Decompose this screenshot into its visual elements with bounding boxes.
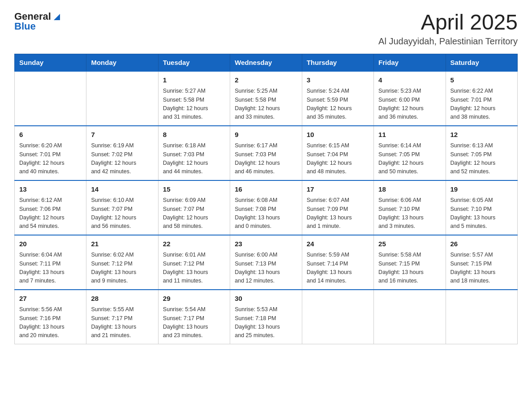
day-number: 29 <box>163 294 225 304</box>
day-info: Sunrise: 5:56 AM Sunset: 7:16 PM Dayligh… <box>19 305 82 340</box>
day-info: Sunrise: 5:57 AM Sunset: 7:15 PM Dayligh… <box>450 251 513 286</box>
calendar-subtitle: Al Judayyidah, Palestinian Territory <box>378 36 518 47</box>
calendar-cell <box>302 290 373 344</box>
calendar-cell: 21Sunrise: 6:02 AM Sunset: 7:12 PM Dayli… <box>86 235 158 290</box>
calendar-cell: 25Sunrise: 5:58 AM Sunset: 7:15 PM Dayli… <box>374 235 446 290</box>
day-info: Sunrise: 6:12 AM Sunset: 7:06 PM Dayligh… <box>19 196 82 231</box>
day-number: 2 <box>235 75 297 86</box>
calendar-cell: 23Sunrise: 6:00 AM Sunset: 7:13 PM Dayli… <box>230 235 302 290</box>
day-number: 24 <box>307 239 369 249</box>
day-number: 9 <box>235 130 297 140</box>
day-number: 23 <box>235 239 297 249</box>
day-number: 7 <box>91 130 153 140</box>
page-header: General Blue April 2025 Al Judayyidah, P… <box>14 11 518 47</box>
day-number: 20 <box>19 239 82 249</box>
day-info: Sunrise: 6:22 AM Sunset: 7:01 PM Dayligh… <box>450 87 513 122</box>
calendar-cell: 29Sunrise: 5:54 AM Sunset: 7:17 PM Dayli… <box>158 290 230 344</box>
calendar-cell: 5Sunrise: 6:22 AM Sunset: 7:01 PM Daylig… <box>446 71 517 126</box>
title-block: April 2025 Al Judayyidah, Palestinian Te… <box>378 11 518 47</box>
calendar-week-row: 1Sunrise: 5:27 AM Sunset: 5:58 PM Daylig… <box>15 71 518 126</box>
day-info: Sunrise: 5:55 AM Sunset: 7:17 PM Dayligh… <box>91 305 153 340</box>
day-number: 10 <box>307 130 369 140</box>
calendar-cell: 17Sunrise: 6:07 AM Sunset: 7:09 PM Dayli… <box>302 180 373 235</box>
calendar-cell: 27Sunrise: 5:56 AM Sunset: 7:16 PM Dayli… <box>15 290 86 344</box>
calendar-cell <box>374 290 446 344</box>
day-number: 27 <box>19 294 82 304</box>
calendar-cell: 7Sunrise: 6:19 AM Sunset: 7:02 PM Daylig… <box>86 126 158 180</box>
weekday-header: Saturday <box>446 54 517 71</box>
weekday-header: Thursday <box>302 54 373 71</box>
calendar-cell: 13Sunrise: 6:12 AM Sunset: 7:06 PM Dayli… <box>15 180 86 235</box>
day-info: Sunrise: 6:09 AM Sunset: 7:07 PM Dayligh… <box>163 196 225 231</box>
day-number: 28 <box>91 294 153 304</box>
day-info: Sunrise: 5:24 AM Sunset: 5:59 PM Dayligh… <box>307 87 369 122</box>
day-info: Sunrise: 5:23 AM Sunset: 6:00 PM Dayligh… <box>378 87 441 122</box>
weekday-header: Sunday <box>15 54 86 71</box>
day-info: Sunrise: 6:00 AM Sunset: 7:13 PM Dayligh… <box>235 251 297 286</box>
calendar-cell: 14Sunrise: 6:10 AM Sunset: 7:07 PM Dayli… <box>86 180 158 235</box>
day-info: Sunrise: 6:18 AM Sunset: 7:03 PM Dayligh… <box>163 141 225 176</box>
calendar-cell: 8Sunrise: 6:18 AM Sunset: 7:03 PM Daylig… <box>158 126 230 180</box>
day-info: Sunrise: 6:17 AM Sunset: 7:03 PM Dayligh… <box>235 141 297 176</box>
day-number: 13 <box>19 184 82 195</box>
day-info: Sunrise: 6:19 AM Sunset: 7:02 PM Dayligh… <box>91 141 153 176</box>
day-number: 25 <box>378 239 441 249</box>
day-info: Sunrise: 5:27 AM Sunset: 5:58 PM Dayligh… <box>163 87 225 122</box>
day-number: 15 <box>163 184 225 195</box>
calendar-cell: 6Sunrise: 6:20 AM Sunset: 7:01 PM Daylig… <box>15 126 86 180</box>
day-info: Sunrise: 6:20 AM Sunset: 7:01 PM Dayligh… <box>19 141 82 176</box>
day-number: 8 <box>163 130 225 140</box>
calendar-cell: 19Sunrise: 6:05 AM Sunset: 7:10 PM Dayli… <box>446 180 517 235</box>
day-info: Sunrise: 6:04 AM Sunset: 7:11 PM Dayligh… <box>19 251 82 286</box>
day-number: 5 <box>450 75 513 86</box>
day-info: Sunrise: 6:10 AM Sunset: 7:07 PM Dayligh… <box>91 196 153 231</box>
calendar-table: SundayMondayTuesdayWednesdayThursdayFrid… <box>14 54 518 344</box>
calendar-cell: 1Sunrise: 5:27 AM Sunset: 5:58 PM Daylig… <box>158 71 230 126</box>
calendar-title: April 2025 <box>378 11 518 34</box>
day-info: Sunrise: 6:06 AM Sunset: 7:10 PM Dayligh… <box>378 196 441 231</box>
weekday-header: Friday <box>374 54 446 71</box>
day-info: Sunrise: 6:07 AM Sunset: 7:09 PM Dayligh… <box>307 196 369 231</box>
calendar-week-row: 27Sunrise: 5:56 AM Sunset: 7:16 PM Dayli… <box>15 290 518 344</box>
day-info: Sunrise: 6:15 AM Sunset: 7:04 PM Dayligh… <box>307 141 369 176</box>
calendar-body: 1Sunrise: 5:27 AM Sunset: 5:58 PM Daylig… <box>15 71 518 344</box>
svg-marker-0 <box>54 14 60 20</box>
day-number: 1 <box>163 75 225 86</box>
calendar-cell: 26Sunrise: 5:57 AM Sunset: 7:15 PM Dayli… <box>446 235 517 290</box>
day-info: Sunrise: 5:59 AM Sunset: 7:14 PM Dayligh… <box>307 251 369 286</box>
day-number: 22 <box>163 239 225 249</box>
day-number: 6 <box>19 130 82 140</box>
day-info: Sunrise: 5:53 AM Sunset: 7:18 PM Dayligh… <box>235 305 297 340</box>
calendar-cell <box>446 290 517 344</box>
weekday-header: Monday <box>86 54 158 71</box>
calendar-cell: 18Sunrise: 6:06 AM Sunset: 7:10 PM Dayli… <box>374 180 446 235</box>
day-number: 19 <box>450 184 513 195</box>
day-info: Sunrise: 5:58 AM Sunset: 7:15 PM Dayligh… <box>378 251 441 286</box>
calendar-cell: 28Sunrise: 5:55 AM Sunset: 7:17 PM Dayli… <box>86 290 158 344</box>
calendar-cell: 3Sunrise: 5:24 AM Sunset: 5:59 PM Daylig… <box>302 71 373 126</box>
day-info: Sunrise: 6:13 AM Sunset: 7:05 PM Dayligh… <box>450 141 513 176</box>
calendar-cell <box>15 71 86 126</box>
calendar-cell: 12Sunrise: 6:13 AM Sunset: 7:05 PM Dayli… <box>446 126 517 180</box>
calendar-cell: 4Sunrise: 5:23 AM Sunset: 6:00 PM Daylig… <box>374 71 446 126</box>
calendar-cell: 30Sunrise: 5:53 AM Sunset: 7:18 PM Dayli… <box>230 290 302 344</box>
day-number: 26 <box>450 239 513 249</box>
day-info: Sunrise: 6:01 AM Sunset: 7:12 PM Dayligh… <box>163 251 225 286</box>
calendar-cell: 11Sunrise: 6:14 AM Sunset: 7:05 PM Dayli… <box>374 126 446 180</box>
calendar-cell: 9Sunrise: 6:17 AM Sunset: 7:03 PM Daylig… <box>230 126 302 180</box>
calendar-cell: 10Sunrise: 6:15 AM Sunset: 7:04 PM Dayli… <box>302 126 373 180</box>
calendar-cell: 2Sunrise: 5:25 AM Sunset: 5:58 PM Daylig… <box>230 71 302 126</box>
calendar-cell <box>86 71 158 126</box>
calendar-cell: 16Sunrise: 6:08 AM Sunset: 7:08 PM Dayli… <box>230 180 302 235</box>
calendar-week-row: 13Sunrise: 6:12 AM Sunset: 7:06 PM Dayli… <box>15 180 518 235</box>
weekday-header: Wednesday <box>230 54 302 71</box>
weekday-header: Tuesday <box>158 54 230 71</box>
calendar-week-row: 6Sunrise: 6:20 AM Sunset: 7:01 PM Daylig… <box>15 126 518 180</box>
day-number: 11 <box>378 130 441 140</box>
logo: General Blue <box>14 11 62 32</box>
day-number: 4 <box>378 75 441 86</box>
calendar-cell: 22Sunrise: 6:01 AM Sunset: 7:12 PM Dayli… <box>158 235 230 290</box>
day-number: 18 <box>378 184 441 195</box>
day-info: Sunrise: 6:05 AM Sunset: 7:10 PM Dayligh… <box>450 196 513 231</box>
day-number: 16 <box>235 184 297 195</box>
